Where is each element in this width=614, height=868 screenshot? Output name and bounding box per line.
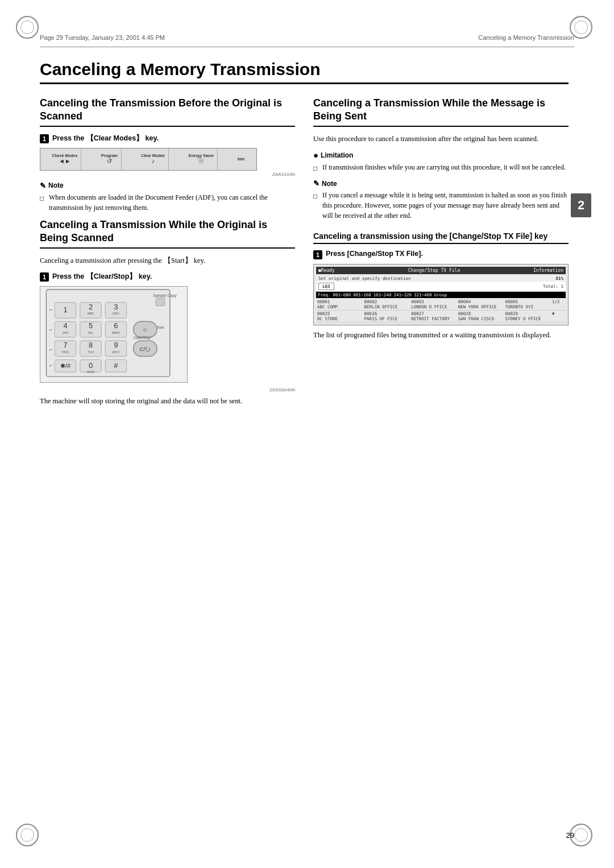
checkbox-icon-lim: □ bbox=[313, 163, 319, 173]
modes-icon-clear: ♪ bbox=[151, 158, 155, 164]
keypad-image: Sample Copy Start 1 2 ABC 3 DEF 4 bbox=[40, 286, 283, 385]
note-item-1: □ When documents are loaded in the Docum… bbox=[40, 192, 295, 213]
cell-scroll: ▼ bbox=[552, 311, 565, 321]
img-caption-2: ZDSS0040N bbox=[40, 387, 295, 392]
pencil-icon: ✎ bbox=[40, 181, 46, 190]
svg-text:⌐: ⌐ bbox=[49, 307, 53, 313]
svg-text:#: # bbox=[114, 361, 118, 370]
svg-text:GHI: GHI bbox=[63, 331, 69, 334]
chapter-tab: 2 bbox=[571, 193, 591, 217]
modes-cell-clear: Clear Modes ♪ bbox=[138, 148, 169, 170]
svg-text:0: 0 bbox=[89, 361, 93, 370]
note-title-1: ✎ Note bbox=[40, 181, 295, 190]
header-line bbox=[40, 47, 574, 47]
svg-rect-2 bbox=[156, 298, 165, 306]
section2-body2: The machine will stop storing the origin… bbox=[40, 396, 295, 407]
right-column: Canceling a Transmission While the Messa… bbox=[313, 97, 569, 412]
page-title: Canceling a Memory Transmission bbox=[40, 60, 569, 84]
svg-text:◇: ◇ bbox=[143, 327, 147, 332]
screen-total: Total: 1 bbox=[543, 284, 563, 289]
modes-label-energy: Energy Saver bbox=[189, 154, 214, 158]
modes-icon-check: ◄► bbox=[59, 158, 71, 164]
screen-input-lq3: LQ3 bbox=[318, 283, 334, 290]
svg-text:PRS: PRS bbox=[62, 350, 69, 354]
svg-text:⌐: ⌐ bbox=[49, 362, 53, 369]
cell-1-2: 00002BERLIN OFFICE bbox=[364, 299, 410, 309]
limitation-label: Limitation bbox=[321, 151, 353, 159]
modes-cell-inte: Inte bbox=[234, 148, 248, 170]
svg-text:3: 3 bbox=[114, 302, 118, 311]
tab-group: Group bbox=[434, 292, 447, 297]
modes-cell-check: Check Modes ◄► bbox=[48, 148, 81, 170]
screen-set-label: Set original and specify destination bbox=[318, 276, 411, 281]
svg-text:C/⭮: C/⭮ bbox=[139, 346, 151, 352]
pencil-icon-right: ✎ bbox=[313, 179, 320, 188]
svg-text:8: 8 bbox=[89, 341, 93, 349]
step-number-2: 1 bbox=[40, 272, 49, 282]
cell-1-3: 00003LONDON D FFICE bbox=[411, 299, 457, 309]
tab-321-400: 321~400 bbox=[414, 292, 432, 297]
note-title-right: ✎ Note bbox=[313, 179, 569, 188]
step-number-1: 1 bbox=[40, 134, 49, 143]
screen-title: Change/Stop TX File bbox=[408, 268, 460, 273]
modes-label-inte: Inte bbox=[238, 157, 244, 161]
svg-text:JKL: JKL bbox=[88, 331, 94, 334]
header-section-title: Canceling a Memory Transmission bbox=[478, 34, 574, 41]
limitation-item-1: □ If transmission finishes while you are… bbox=[313, 162, 569, 173]
screen-progress: 81% bbox=[555, 276, 563, 281]
cell-page: 1/2 bbox=[552, 299, 565, 309]
svg-text:5: 5 bbox=[89, 321, 93, 330]
svg-text:6: 6 bbox=[114, 321, 118, 330]
right-section2-step1: 1 Press [Change/Stop TX File]. bbox=[313, 250, 569, 259]
screen-header: ●Ready Change/Stop TX File Information bbox=[316, 267, 566, 274]
cell-2-2: 00026PARIS OF FICE bbox=[364, 311, 410, 321]
checkbox-icon-1: □ bbox=[40, 193, 45, 204]
screen-ready: ●Ready bbox=[318, 268, 335, 273]
limitation-box: ● Limitation □ If transmission finishes … bbox=[313, 150, 569, 173]
modes-label-check: Check Modes bbox=[52, 154, 77, 158]
section2-step1: 1 Press the 【Clear/Stop】 key. bbox=[40, 272, 295, 282]
cell-2-4: 00028SAN FRAN CISCO bbox=[458, 311, 504, 321]
tab-081-160: 081~160 bbox=[353, 292, 371, 297]
img-caption-1: ZAAS103N bbox=[40, 172, 295, 177]
header-file-info: Page 29 Tuesday, January 23, 2001 4:45 P… bbox=[40, 34, 165, 41]
svg-text:TUV: TUV bbox=[88, 350, 94, 354]
modes-bar-image: Check Modes ◄► Program ↺ Clear Modes ♪ E… bbox=[40, 148, 257, 171]
modes-label-program: Program bbox=[101, 154, 118, 158]
svg-text:Clear/Stop: Clear/Stop bbox=[134, 336, 151, 340]
modes-icon-energy: ☉ bbox=[198, 158, 204, 165]
right-note-item-text: If you cancel a message while it is bein… bbox=[322, 190, 569, 221]
section1-step1: 1 Press the 【Clear Modes】 key. bbox=[40, 134, 295, 143]
right-section2-step1-text: Press [Change/Stop TX File]. bbox=[326, 250, 423, 258]
note-item-1-text: When documents are loaded in the Documen… bbox=[49, 192, 295, 213]
cell-1-4: 00004NEW YORK OFFICE bbox=[458, 299, 504, 309]
right-section2-subheading: Canceling a transmission using the [Chan… bbox=[313, 231, 569, 244]
screen-display: ●Ready Change/Stop TX File Information S… bbox=[313, 264, 569, 325]
svg-text:7: 7 bbox=[63, 341, 67, 349]
cell-2-1: 00025RC STORE bbox=[317, 311, 363, 321]
section2-heading: Canceling a Transmission While the Origi… bbox=[40, 218, 295, 249]
cell-1-1: 00001ABC COMP bbox=[317, 299, 363, 309]
section2-body1: Canceling a transmission after pressing … bbox=[40, 255, 295, 266]
screen-tab-bar: Freq. 001~080 081~160 161~240 241~320 32… bbox=[316, 292, 566, 298]
svg-text:✱/#: ✱/# bbox=[60, 362, 70, 369]
svg-text:⌐: ⌐ bbox=[49, 346, 53, 353]
section1-step1-text: Press the 【Clear Modes】 key. bbox=[52, 134, 159, 143]
corner-decoration-bl bbox=[16, 824, 44, 852]
tab-161-240: 161~240 bbox=[374, 292, 392, 297]
section1-heading: Canceling the Transmission Before the Or… bbox=[40, 97, 295, 127]
svg-text:Sample Copy: Sample Copy bbox=[153, 294, 177, 298]
tab-freq: Freq. bbox=[318, 292, 331, 297]
svg-text:4: 4 bbox=[63, 321, 67, 330]
section1-note: ✎ Note □ When documents are loaded in th… bbox=[40, 181, 295, 213]
page-number: 29 bbox=[566, 831, 574, 840]
svg-text:⌐: ⌐ bbox=[49, 326, 53, 333]
screen-info: Information bbox=[533, 268, 563, 273]
limitation-item-text: If transmission finishes while you are c… bbox=[322, 162, 569, 172]
right-section1-note: ✎ Note □ If you cancel a message while i… bbox=[313, 179, 569, 221]
cell-2-3: 00027DETROIT FACTORY bbox=[411, 311, 457, 321]
step-number-right-1: 1 bbox=[313, 250, 322, 259]
tab-001-080: 001~080 bbox=[333, 292, 351, 297]
tab-241-320: 241~320 bbox=[393, 292, 412, 297]
svg-text:9: 9 bbox=[114, 341, 118, 349]
